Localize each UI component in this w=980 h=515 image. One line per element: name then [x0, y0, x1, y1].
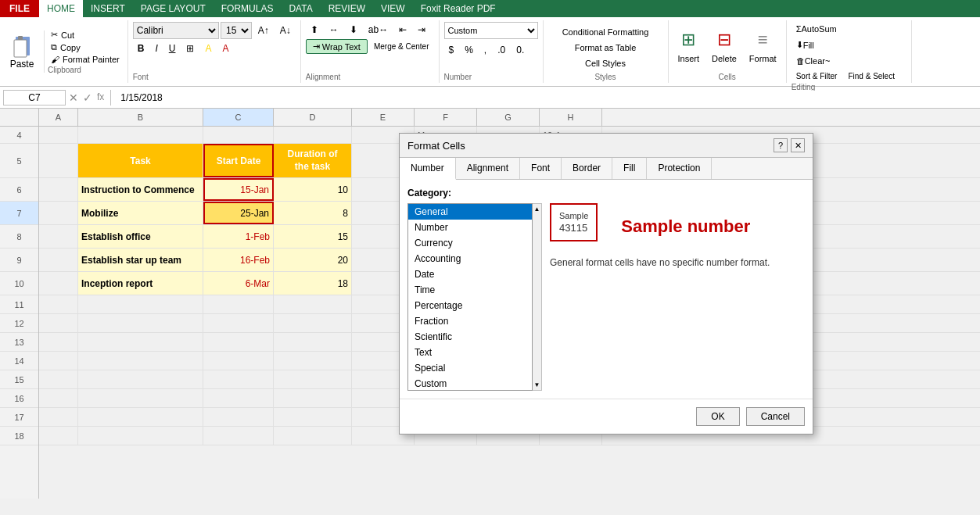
category-item-text[interactable]: Text	[408, 345, 532, 360]
formulas-tab[interactable]: FORMULAS	[214, 0, 282, 17]
cell-a4[interactable]	[39, 127, 78, 143]
font-size-select[interactable]: 15	[221, 22, 252, 39]
select-all-corner[interactable]	[0, 109, 39, 126]
cell-d6[interactable]: 10	[274, 178, 352, 201]
dialog-tab-protection[interactable]: Protection	[647, 158, 712, 179]
borders-btn[interactable]: ⊞	[181, 41, 199, 56]
ok-button[interactable]: OK	[696, 407, 739, 426]
home-tab[interactable]: HOME	[39, 0, 83, 17]
cell-b10[interactable]: Inception report	[78, 272, 203, 295]
cell-d7[interactable]: 8	[274, 202, 352, 224]
cell-c7[interactable]: 25-Jan	[203, 202, 274, 224]
cell-a10[interactable]	[39, 272, 78, 295]
align-bottom-btn[interactable]: ⬇	[345, 22, 362, 38]
comma-btn[interactable]: ,	[479, 42, 491, 58]
cancel-button[interactable]: Cancel	[746, 407, 805, 426]
function-icon[interactable]: fx	[97, 91, 104, 104]
fill-btn[interactable]: ⬇ Fill	[792, 38, 819, 52]
wrap-text-button[interactable]: ⇥ Wrap Text	[306, 39, 368, 54]
cell-b5[interactable]: Task	[78, 144, 203, 177]
cell-d4[interactable]	[274, 127, 352, 143]
page-layout-tab[interactable]: PAGE LAYOUT	[133, 0, 214, 17]
cell-d9[interactable]: 20	[274, 249, 352, 271]
delete-btn[interactable]: Delete	[707, 52, 741, 66]
insert-tab[interactable]: INSERT	[83, 0, 133, 17]
col-header-f[interactable]: F	[415, 109, 477, 126]
cell-b9[interactable]: Establish star up team	[78, 249, 203, 271]
dialog-tab-fill[interactable]: Fill	[612, 158, 647, 179]
review-tab[interactable]: REVIEW	[321, 0, 373, 17]
format-btn[interactable]: Format	[745, 52, 781, 66]
category-item-general[interactable]: General	[408, 204, 532, 220]
cell-a9[interactable]	[39, 249, 78, 271]
cell-a7[interactable]	[39, 202, 78, 224]
cell-d8[interactable]: 15	[274, 225, 352, 248]
font-name-select[interactable]: Calibri	[133, 22, 219, 39]
category-scrollbar-down[interactable]: ▼	[534, 381, 540, 388]
category-item-date[interactable]: Date	[408, 266, 532, 282]
cancel-icon[interactable]: ✕	[69, 91, 78, 104]
dialog-close-btn[interactable]: ✕	[791, 138, 805, 152]
increase-font-btn[interactable]: A↑	[253, 23, 274, 38]
underline-btn[interactable]: U	[164, 41, 181, 56]
confirm-icon[interactable]: ✓	[83, 91, 92, 104]
autosum-btn[interactable]: Σ AutoSum	[792, 22, 842, 36]
dialog-tab-number[interactable]: Number	[400, 158, 456, 180]
percent-btn[interactable]: %	[460, 42, 478, 58]
dialog-tab-border[interactable]: Border	[562, 158, 612, 179]
cell-d10[interactable]: 18	[274, 272, 352, 295]
merge-center-btn[interactable]: Merge & Center	[369, 40, 434, 53]
col-header-a[interactable]: A	[39, 109, 78, 126]
decimal-increase-btn[interactable]: .0	[493, 42, 510, 58]
cell-c5[interactable]: Start Date	[203, 144, 274, 177]
dialog-tab-font[interactable]: Font	[520, 158, 562, 179]
category-item-currency[interactable]: Currency	[408, 235, 532, 251]
col-header-h[interactable]: H	[540, 109, 602, 126]
cell-d5[interactable]: Duration ofthe task	[274, 144, 352, 177]
cell-b4[interactable]	[78, 127, 203, 143]
cell-b6[interactable]: Instruction to Commence	[78, 178, 203, 201]
font-color-btn[interactable]: A	[217, 41, 233, 56]
currency-btn[interactable]: $	[444, 42, 459, 58]
category-scrollbar-up[interactable]: ▲	[534, 206, 540, 213]
cell-styles-btn[interactable]: Cell Styles	[558, 56, 654, 70]
highlight-btn[interactable]: A	[200, 41, 216, 56]
format-table-btn[interactable]: Format as Table	[558, 41, 654, 55]
category-item-special[interactable]: Special	[408, 360, 532, 376]
foxit-tab[interactable]: Foxit Reader PDF	[413, 0, 504, 17]
cell-c9[interactable]: 16-Feb	[203, 249, 274, 271]
view-tab[interactable]: VIEW	[373, 0, 413, 17]
insert-btn[interactable]: Insert	[673, 52, 705, 66]
cell-b7[interactable]: Mobilize	[78, 202, 203, 224]
cell-a5[interactable]	[39, 144, 78, 177]
col-header-b[interactable]: B	[78, 109, 203, 126]
cell-b8[interactable]: Establish office	[78, 225, 203, 248]
dialog-tab-alignment[interactable]: Alignment	[456, 158, 520, 179]
category-item-time[interactable]: Time	[408, 282, 532, 298]
text-direction-btn[interactable]: ab↔	[364, 22, 393, 38]
conditional-formatting-btn[interactable]: Conditional Formatting	[558, 25, 654, 39]
file-menu[interactable]: FILE	[0, 0, 39, 17]
decrease-font-btn[interactable]: A↓	[275, 23, 296, 38]
category-item-custom[interactable]: Custom	[408, 376, 532, 391]
decimal-decrease-btn[interactable]: 0.	[512, 42, 529, 58]
cut-button[interactable]: ✂ Cut	[48, 29, 123, 41]
cell-reference-box[interactable]	[3, 90, 66, 106]
cell-a8[interactable]	[39, 225, 78, 248]
cell-c10[interactable]: 6-Mar	[203, 272, 274, 295]
cell-c8[interactable]: 1-Feb	[203, 225, 274, 248]
number-format-select[interactable]: Custom	[444, 22, 538, 39]
bold-btn[interactable]: B	[133, 41, 149, 56]
paste-button[interactable]: Paste	[5, 30, 39, 73]
indent-decrease-btn[interactable]: ⇤	[394, 22, 411, 38]
italic-btn[interactable]: I	[150, 41, 162, 56]
cell-c6[interactable]: 15-Jan	[203, 178, 274, 201]
copy-button[interactable]: ⧉ Copy	[48, 41, 123, 53]
category-item-scientific[interactable]: Scientific	[408, 329, 532, 345]
cell-a6[interactable]	[39, 178, 78, 201]
category-item-accounting[interactable]: Accounting	[408, 251, 532, 266]
formula-input[interactable]: 1/15/2018	[117, 91, 977, 105]
align-middle-btn[interactable]: ↔	[325, 22, 343, 38]
clear-btn[interactable]: 🗑 Clear ~	[792, 54, 835, 68]
find-select-btn[interactable]: Find & Select	[843, 70, 899, 83]
